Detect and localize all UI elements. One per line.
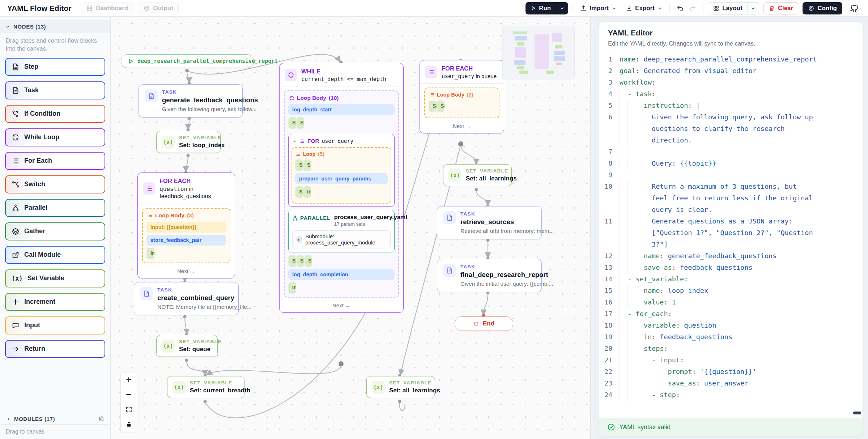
palette-item-switch[interactable]: Switch (5, 175, 105, 193)
run-options-button[interactable] (556, 3, 568, 13)
palette-item-label: Return (24, 345, 45, 353)
fit-view-button[interactable] (121, 402, 137, 417)
zoom-out-button[interactable] (121, 387, 137, 402)
flow-canvas[interactable]: deep_research_parallel_comprehensive_rep… (111, 17, 590, 439)
layout-options-button[interactable] (747, 3, 759, 13)
foreach-node-user-query[interactable]: FOR EACH user_query in queue Loop Body (… (420, 60, 504, 133)
palette-hint: Drag steps and control-flow blocks into … (0, 33, 110, 54)
setvar-node-queue[interactable]: (x) SET_VARIABLE Set: queue (156, 335, 218, 357)
undo-button[interactable] (674, 3, 686, 14)
config-button[interactable]: Config (803, 2, 842, 14)
code-line: 3workflow: (599, 77, 863, 88)
task-node-final-report[interactable]: TASK final_deep_research_report Given th… (437, 259, 542, 292)
step-pill: Set: cur_user_query (295, 159, 303, 171)
end-node[interactable]: End (455, 316, 513, 331)
palette-item-task[interactable]: Task (5, 81, 105, 99)
step-pill: Increment: current_depth (288, 282, 296, 294)
palette-item-label: Step (24, 63, 38, 71)
end-node-label: End (483, 320, 494, 327)
code-line: 5instruction: | (599, 100, 863, 111)
task-node-retrieve-sources[interactable]: TASK retrieve_sources Retrieve all urls … (437, 206, 542, 239)
code-line: 1name: deep_research_parallel_comprehens… (599, 54, 863, 65)
palette-item-label: Gather (24, 227, 45, 235)
run-split-button: Run (526, 2, 568, 14)
external-icon (12, 251, 20, 259)
palette-item-return[interactable]: Return (5, 340, 105, 358)
panel-resizer[interactable] (590, 17, 593, 439)
code-line: questions to clarify the research (599, 123, 863, 135)
setvar-node-current-breadth[interactable]: (x) SET_VARIABLE Set: current_breadth (167, 376, 244, 398)
code-line: 10Return a maximum of 3 questions, but (599, 181, 863, 192)
task-node-generate-feedback-questions[interactable]: TASK generate_feedback_questions Given t… (139, 84, 243, 118)
palette-item-input[interactable]: Input (5, 316, 105, 334)
yaml-status-bar: YAML syntax valid (599, 418, 863, 436)
code-line: 22prompt: '{{question}}' (599, 366, 863, 378)
task-node-create-combined-query[interactable]: TASK create_combined_query NOTE: Memory … (134, 282, 239, 315)
export-button[interactable]: Export (623, 3, 665, 14)
config-target-icon (808, 5, 814, 12)
setvar-node-all-learnings-1[interactable]: (x) SET_VARIABLE Set: all_learnings (443, 164, 512, 186)
palette-item-gather[interactable]: Gather (5, 222, 105, 240)
tab-output[interactable]: Output (138, 3, 179, 14)
code-line: 21- input: (599, 354, 863, 366)
while-body-steps: log_depth_startSet: user_query_paramsSet… (288, 104, 395, 131)
setvar-node-loop-index[interactable]: (x) SET_VARIABLE Set: loop_index (156, 131, 221, 153)
step-pill: Increment: loop_index (303, 186, 311, 198)
step-pill: Increment: loop_index (146, 248, 154, 259)
yaml-code-editor[interactable]: 1name: deep_research_parallel_comprehens… (599, 52, 863, 418)
zoom-in-button[interactable] (121, 372, 137, 387)
code-line: 4- task: (599, 88, 863, 100)
palette-item-label: Task (24, 86, 39, 94)
while-node[interactable]: WHILE current_depth <= max_depth Loop Bo… (279, 63, 404, 313)
refresh-icon (12, 133, 20, 141)
clear-button[interactable]: Clear (763, 2, 799, 14)
refresh-icon (285, 69, 297, 81)
palette-item-if-condition[interactable]: If Condition (5, 105, 105, 123)
palette-item-for-each[interactable]: For Each (5, 152, 105, 170)
node-palette-sidebar: NODES (13) Drag steps and control-flow b… (0, 17, 111, 439)
yaml-panel: YAML Editor Edit the YAML directly. Chan… (593, 17, 868, 439)
nodes-section-header[interactable]: NODES (13) (0, 20, 110, 33)
setvar-node-all-learnings-2[interactable]: (x) SET_VARIABLE Set: all_learnings (366, 376, 435, 398)
layout-button[interactable]: Layout (708, 3, 747, 14)
palette-item-call-module[interactable]: Call Module (5, 246, 105, 264)
github-icon[interactable] (847, 2, 861, 14)
modules-section-header[interactable]: MODULES (17) (0, 413, 110, 424)
refresh-icon (289, 95, 294, 101)
step-pill: Set: cur_branch_learning (429, 101, 437, 112)
import-button[interactable]: Import (577, 3, 619, 14)
redo-button[interactable] (686, 3, 699, 14)
step-pill: Set: loop_index (296, 117, 304, 129)
step-pill: Set: current_breadth (304, 255, 312, 267)
scrollbar-thumb[interactable] (853, 412, 861, 414)
palette-item-parallel[interactable]: Parallel (5, 199, 105, 217)
loop-body-steps: Set: cur_branch_learningSet: all_learnin… (429, 101, 495, 114)
tab-dashboard[interactable]: Dashboard (81, 3, 133, 14)
start-node-label: deep_research_parallel_comprehensive_rep… (137, 58, 278, 64)
palette-item-increment[interactable]: Increment (5, 293, 105, 311)
bank-icon (98, 415, 105, 422)
dashboard-grid-icon (86, 5, 93, 12)
nested-for-node[interactable]: FOR user_query Loop (5) Set: cur_user_qu… (288, 134, 395, 207)
list-icon (147, 213, 153, 218)
set-variable-icon: (x) (372, 381, 385, 394)
yaml-editor-title: YAML Editor (608, 29, 854, 37)
code-line: feel free to return less if the original (599, 192, 863, 204)
minimap[interactable] (503, 26, 574, 80)
chevron-right-icon (6, 416, 11, 422)
palette-item-step[interactable]: Step (5, 58, 105, 76)
chat-icon (12, 321, 20, 329)
setvar-icon: (x) (12, 275, 23, 282)
submodule-chip[interactable]: ▸ Submodule: process_user_query_module (292, 230, 391, 248)
foreach-node-question[interactable]: FOR EACH question in feedback_questions … (137, 172, 235, 278)
palette-item-set-variable[interactable]: (x)Set Variable (5, 269, 105, 287)
file-icon (12, 86, 20, 94)
lock-button[interactable] (121, 417, 137, 432)
run-button[interactable]: Run (526, 2, 556, 14)
palette-item-while-loop[interactable]: While Loop (5, 128, 105, 146)
palette-item-label: Switch (24, 180, 45, 188)
chevron-down-icon[interactable] (292, 139, 297, 144)
start-node[interactable]: deep_research_parallel_comprehensive_rep… (121, 54, 254, 68)
yaml-editor-subtitle: Edit the YAML directly. Changes will syn… (608, 40, 854, 47)
nested-parallel-node[interactable]: PARALLEL process_user_query.yaml 17 para… (288, 210, 395, 252)
